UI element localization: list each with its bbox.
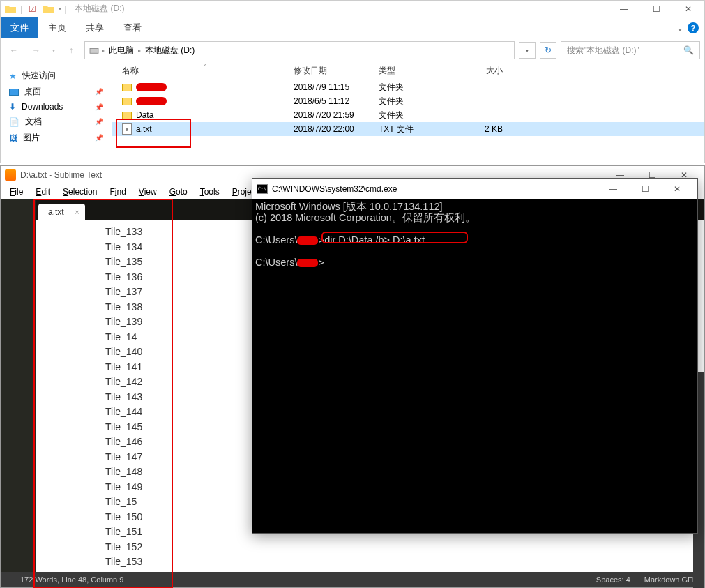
download-icon: ⬇ <box>9 102 16 112</box>
pin-icon: 📌 <box>95 88 103 96</box>
status-info: 172 Words, Line 48, Column 9 <box>20 575 123 584</box>
recent-dropdown[interactable]: ▾ <box>50 41 58 59</box>
syntax-indicator[interactable]: Markdown GFM <box>644 575 699 584</box>
drive-icon <box>89 46 99 54</box>
sidebar-item-documents[interactable]: 📄文档📌 <box>1 114 112 130</box>
column-headers[interactable]: 名称 修改日期 类型 大小 <box>112 62 704 80</box>
close-button[interactable]: ✕ <box>672 1 704 17</box>
menu-edit[interactable]: Edit <box>29 186 56 198</box>
folder-icon <box>122 112 132 119</box>
search-icon: 🔍 <box>683 45 694 55</box>
minimize-button[interactable]: — <box>597 181 629 197</box>
terminal-output[interactable]: Microsoft Windows [版本 10.0.17134.112] (c… <box>252 199 697 269</box>
menu-selection[interactable]: Selection <box>56 186 103 198</box>
redacted-text <box>136 97 167 105</box>
close-button[interactable]: ✕ <box>661 181 693 197</box>
maximize-button[interactable]: ☐ <box>629 181 661 197</box>
cmd-icon: C:\ <box>257 184 268 194</box>
qat-divider: | <box>64 4 66 14</box>
menu-goto[interactable]: Goto <box>163 186 194 198</box>
window-title: 本地磁盘 (D:) <box>75 3 124 15</box>
sidebar-item-downloads[interactable]: ⬇Downloads📌 <box>1 100 112 114</box>
close-tab-icon[interactable]: × <box>75 208 79 216</box>
pin-icon: 📌 <box>95 103 103 111</box>
maximize-button[interactable]: ☐ <box>640 1 672 17</box>
minimize-button[interactable]: — <box>608 1 640 17</box>
menu-view[interactable]: View <box>132 186 163 198</box>
sidebar-quick-access[interactable]: ★快速访问 <box>1 68 112 84</box>
pin-icon: 📌 <box>95 118 103 126</box>
window-title: C:\WINDOWS\system32\cmd.exe <box>272 184 397 194</box>
qat-divider: | <box>20 4 22 14</box>
star-icon: ★ <box>9 71 17 81</box>
refresh-button[interactable]: ↻ <box>540 42 556 59</box>
editor-gutter <box>1 199 36 572</box>
svg-rect-0 <box>90 48 98 53</box>
column-size[interactable]: 大小 <box>461 65 510 77</box>
address-bar-row: ← → ▾ ↑ ▸ 此电脑 ▸ 本地磁盘 (D:) ▾ ↻ 搜索"本地磁盘 (D… <box>1 38 704 62</box>
column-date[interactable]: 修改日期 <box>294 65 379 77</box>
navigation-pane[interactable]: ★快速访问 桌面📌 ⬇Downloads📌 📄文档📌 🖼图片📌 <box>1 62 112 163</box>
editor-line: Tile_152 <box>105 541 704 557</box>
properties-icon[interactable]: ☑ <box>25 2 39 16</box>
breadcrumb[interactable]: 本地磁盘 (D:) <box>144 43 196 58</box>
file-tab[interactable]: a.txt× <box>38 204 85 220</box>
sidebar-item-pictures[interactable]: 🖼图片📌 <box>1 130 112 146</box>
sidebar-item-desktop[interactable]: 桌面📌 <box>1 84 112 100</box>
indent-indicator[interactable]: Spaces: 4 <box>596 575 630 584</box>
up-button[interactable]: ↑ <box>62 41 80 59</box>
file-row[interactable]: aa.txt2018/7/20 22:00TXT 文件2 KB <box>112 122 704 136</box>
folder-icon <box>42 2 56 16</box>
pictures-icon: 🖼 <box>9 133 17 143</box>
quick-access-toolbar: | ☑ ▾ | <box>1 2 69 16</box>
file-row[interactable]: 2018/7/9 11:15文件夹 <box>112 80 704 94</box>
redacted-text <box>297 259 318 267</box>
address-dropdown[interactable]: ▾ <box>519 42 536 59</box>
menu-file[interactable]: File <box>3 186 29 198</box>
redacted-text <box>297 236 318 245</box>
editor-line: Tile_153 <box>105 556 704 571</box>
menu-icon[interactable] <box>6 578 15 582</box>
window-controls: — ☐ ✕ <box>597 181 693 197</box>
file-explorer-window: | ☑ ▾ | 本地磁盘 (D:) — ☐ ✕ 文件 主页 共享 查看 ⌄ ? … <box>0 0 705 163</box>
sublime-logo-icon <box>5 169 16 181</box>
file-row[interactable]: Data2018/7/20 21:59文件夹 <box>112 108 704 122</box>
file-row[interactable]: 2018/6/5 11:12文件夹 <box>112 94 704 108</box>
forward-button[interactable]: → <box>27 41 45 59</box>
breadcrumb[interactable]: 此电脑 <box>107 43 135 58</box>
window-controls: — ☐ ✕ <box>608 1 704 17</box>
chevron-icon[interactable]: ▸ <box>138 47 141 54</box>
menu-tools[interactable]: Tools <box>194 186 226 198</box>
sort-indicator-icon: ⌃ <box>203 63 208 70</box>
folder-icon <box>122 84 132 91</box>
ribbon-tab-home[interactable]: 主页 <box>38 17 76 38</box>
menu-find[interactable]: Find <box>103 186 132 198</box>
address-bar[interactable]: ▸ 此电脑 ▸ 本地磁盘 (D:) <box>84 41 515 59</box>
back-button[interactable]: ← <box>5 41 23 59</box>
ribbon: 文件 主页 共享 查看 ⌄ ? <box>1 17 704 38</box>
explorer-titlebar[interactable]: | ☑ ▾ | 本地磁盘 (D:) — ☐ ✕ <box>1 1 704 17</box>
search-input[interactable]: 搜索"本地磁盘 (D:)" 🔍 <box>561 41 700 59</box>
desktop-icon <box>9 89 19 96</box>
pin-icon: 📌 <box>95 134 103 142</box>
file-list: ⌃ 名称 修改日期 类型 大小 2018/7/9 11:15文件夹2018/6/… <box>112 62 704 163</box>
qat-dropdown[interactable]: ▾ <box>59 6 61 12</box>
cmd-titlebar[interactable]: C:\ C:\WINDOWS\system32\cmd.exe — ☐ ✕ <box>252 179 697 199</box>
window-title: D:\a.txt - Sublime Text <box>20 170 102 180</box>
status-bar: 172 Words, Line 48, Column 9 Spaces: 4 M… <box>1 572 704 587</box>
ribbon-tab-share[interactable]: 共享 <box>76 17 114 38</box>
search-placeholder: 搜索"本地磁盘 (D:)" <box>567 45 639 56</box>
cmd-window: C:\ C:\WINDOWS\system32\cmd.exe — ☐ ✕ Mi… <box>252 178 698 534</box>
redacted-text <box>136 83 167 91</box>
file-tab[interactable]: 文件 <box>1 17 38 38</box>
folder-icon <box>122 98 132 105</box>
ribbon-collapse-icon[interactable]: ⌄ <box>676 23 683 33</box>
text-file-icon: a <box>122 123 132 135</box>
column-type[interactable]: 类型 <box>379 65 461 77</box>
chevron-icon[interactable]: ▸ <box>102 47 105 54</box>
document-icon: 📄 <box>9 117 20 127</box>
ribbon-tab-view[interactable]: 查看 <box>114 17 151 38</box>
folder-icon <box>3 2 17 16</box>
help-icon[interactable]: ? <box>688 22 699 33</box>
